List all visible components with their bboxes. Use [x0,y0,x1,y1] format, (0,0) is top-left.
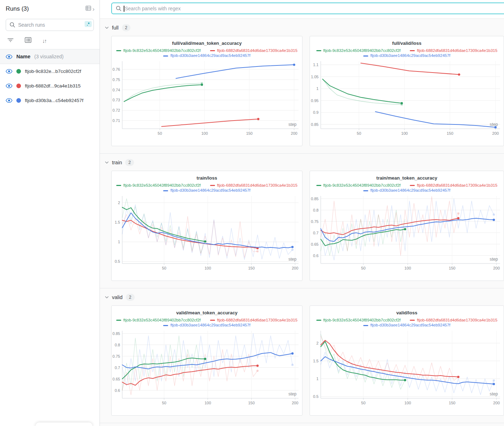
chart-legend-row: ftjob-d30b3aee14864c29acd9ac54eb92457f [310,323,504,328]
chart-legend-row: ftjob-d30b3aee14864c29acd9ac54eb92457f [112,323,302,328]
svg-text:100: 100 [401,131,408,135]
chart-legend-row: ftjob-9c832e53c45043f89402bb7cc802cf2fft… [112,318,302,323]
chart-title: valid/loss [310,310,504,315]
run-row[interactable]: ftjob-d30b3a...c54eb92457f [0,93,100,108]
svg-text:0.73: 0.73 [113,98,120,102]
svg-text:50: 50 [162,401,166,405]
chart-plot[interactable]: 0.511.5250100150200step [112,194,302,276]
legend-swatch [210,50,215,51]
legend-run-id: ftjob-d30b3aee14864c29acd9ac54eb92457f [170,323,250,327]
section-header[interactable]: train2 [105,159,504,166]
legend-swatch [116,50,121,51]
chevron-down-icon[interactable] [105,26,109,29]
filter-runs-button[interactable] [7,37,14,44]
chart-panel[interactable]: full/valid/lossftjob-9c832e53c45043f8940… [310,36,504,146]
runs-table-toggle-button[interactable]: › [85,5,95,13]
run-color-dot [16,98,21,103]
legend-swatch [410,50,415,51]
runs-search-input[interactable] [6,19,93,31]
legend-item: ftjob-6882dfa6831d4d6dae17309ca4e1b315 [410,48,497,53]
chart-panel[interactable]: full/valid/mean_token_accuracyftjob-9c83… [111,36,302,146]
run-color-dot [16,84,21,88]
visibility-eye-icon[interactable] [6,98,12,103]
legend-item: ftjob-6882dfa6831d4d6dae17309ca4e1b315 [210,318,297,323]
chart-title: valid/mean_token_accuracy [112,310,302,315]
legend-item: ftjob-d30b3aee14864c29acd9ac54eb92457f [163,53,250,58]
chevron-down-icon[interactable] [105,296,109,299]
svg-text:50: 50 [357,131,361,135]
legend-run-id: ftjob-9c832e53c45043f89402bb7cc802cf2f [123,48,200,53]
chart-title: train/mean_token_accuracy [310,175,504,181]
legend-run-id: ftjob-6882dfa6831d4d6dae17309ca4e1b315 [217,48,297,53]
svg-text:1: 1 [316,86,318,91]
visualized-count-label: (3 visualized) [34,54,64,59]
legend-item: ftjob-6882dfa6831d4d6dae17309ca4e1b315 [410,318,497,323]
run-color-dot [16,69,21,74]
chart-legend-row: ftjob-9c832e53c45043f89402bb7cc802cf2fft… [310,318,504,323]
legend-swatch [316,320,321,321]
legend-swatch [410,185,415,186]
panel-row: full/valid/mean_token_accuracyftjob-9c83… [111,36,504,146]
chart-plot[interactable]: 0.850.90.9511.051.150100150200step [310,59,504,142]
chart-legend-row: ftjob-d30b3aee14864c29acd9ac54eb92457f [112,53,302,58]
svg-text:0.85: 0.85 [311,197,319,201]
svg-text:0.74: 0.74 [113,87,120,92]
regex-toggle-button[interactable]: .* [85,21,92,27]
svg-text:150: 150 [246,131,252,135]
run-name: ftjob-d30b3a...c54eb92457f [25,98,83,103]
legend-run-id: ftjob-d30b3aee14864c29acd9ac54eb92457f [370,323,450,327]
svg-text:step: step [288,392,296,396]
chart-plot[interactable]: 0.511.5250100150200step [310,329,504,411]
svg-text:0.85: 0.85 [311,122,319,127]
legend-swatch [163,325,168,326]
svg-text:step: step [288,257,296,262]
legend-item: ftjob-9c832e53c45043f89402bb7cc802cf2f [316,183,401,188]
panel-sections: full2full/valid/mean_token_accuracyftjob… [100,19,504,423]
svg-text:2: 2 [118,201,120,205]
svg-text:200: 200 [291,131,297,135]
sort-runs-button[interactable]: ↓↑ [42,38,46,44]
legend-item: ftjob-d30b3aee14864c29acd9ac54eb92457f [363,188,450,193]
panel-search-input[interactable] [112,3,504,14]
legend-run-id: ftjob-9c832e53c45043f89402bb7cc802cf2f [123,318,200,322]
panel-row: valid/mean_token_accuracyftjob-9c832e53c… [111,305,504,416]
legend-run-id: ftjob-d30b3aee14864c29acd9ac54eb92457f [170,188,250,192]
legend-run-id: ftjob-6882dfa6831d4d6dae17309ca4e1b315 [217,318,297,322]
svg-text:step: step [490,392,498,396]
svg-text:0.72: 0.72 [113,108,120,112]
svg-text:0.8: 0.8 [115,342,120,347]
svg-text:0.76: 0.76 [113,67,120,71]
section-header[interactable]: valid2 [105,294,504,301]
legend-run-id: ftjob-6882dfa6831d4d6dae17309ca4e1b315 [417,183,497,187]
chart-legend-row: ftjob-d30b3aee14864c29acd9ac54eb92457f [112,188,302,193]
legend-run-id: ftjob-9c832e53c45043f89402bb7cc802cf2f [323,318,401,322]
section-label: full [112,25,119,31]
chart-panel[interactable]: valid/lossftjob-9c832e53c45043f89402bb7c… [310,305,504,416]
chart-plot[interactable]: 0.60.650.70.750.80.8550100150200step [310,194,504,276]
svg-text:step: step [490,257,498,262]
legend-run-id: ftjob-9c832e53c45043f89402bb7cc802cf2f [123,183,200,187]
legend-run-id: ftjob-6882dfa6831d4d6dae17309ca4e1b315 [417,318,497,322]
section-train: train2train/lossftjob-9c832e53c45043f894… [100,154,504,288]
chevron-down-icon[interactable] [105,161,109,164]
chart-title: full/valid/mean_token_accuracy [112,41,302,46]
run-row[interactable]: ftjob-6882df...9ca4e1b315 [0,79,100,93]
group-runs-button[interactable] [25,37,32,44]
legend-run-id: ftjob-d30b3aee14864c29acd9ac54eb92457f [370,188,450,192]
visibility-eye-icon[interactable] [6,69,12,74]
chart-panel[interactable]: train/lossftjob-9c832e53c45043f89402bb7c… [111,171,302,281]
svg-text:1.05: 1.05 [311,74,319,79]
run-row[interactable]: ftjob-9c832e...b7cc802cf2f [0,64,100,79]
visibility-all-eye-icon[interactable] [6,54,12,59]
section-header[interactable]: full2 [105,24,504,31]
visibility-eye-icon[interactable] [6,83,12,89]
chart-plot[interactable]: 0.710.720.730.740.750.7650100150200step [112,59,302,142]
svg-text:200: 200 [493,401,500,405]
legend-swatch [163,55,168,57]
chart-plot[interactable]: 0.60.650.70.750.80.8550100150200step [112,329,302,411]
runs-column-header: Name (3 visualized) [0,49,100,64]
chart-panel[interactable]: train/mean_token_accuracyftjob-9c832e53c… [310,171,504,281]
chart-title: train/loss [112,175,302,181]
chart-panel[interactable]: valid/mean_token_accuracyftjob-9c832e53c… [111,305,302,416]
legend-item: ftjob-9c832e53c45043f89402bb7cc802cf2f [116,48,200,53]
